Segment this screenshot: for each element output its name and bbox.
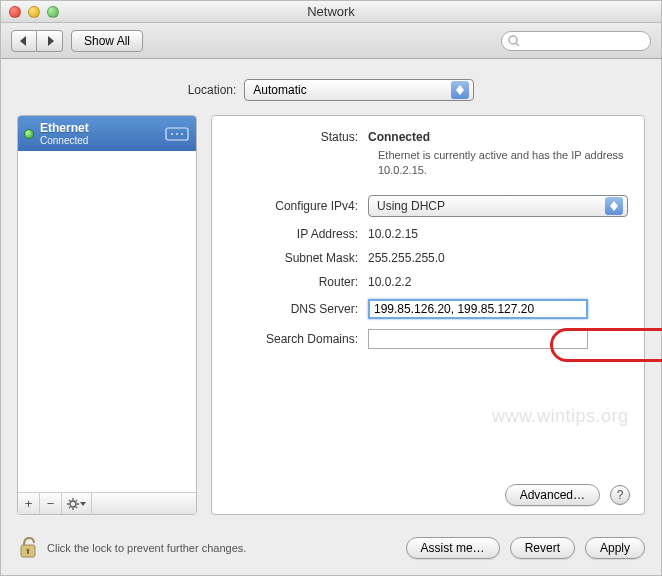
content: Location: Automatic Ethernet Connected [1,59,661,525]
sidebar: Ethernet Connected + − [17,115,197,515]
dns-server-field[interactable] [368,299,588,319]
remove-service-button[interactable]: − [40,493,62,515]
service-item-ethernet[interactable]: Ethernet Connected [18,116,196,151]
back-button[interactable] [11,30,37,52]
router-value: 10.0.2.2 [368,275,628,289]
location-value: Automatic [253,83,306,97]
nav-segment [11,30,63,52]
apply-button[interactable]: Apply [585,537,645,559]
svg-line-14 [76,500,77,501]
main-columns: Ethernet Connected + − [17,115,645,515]
config-ipv4-popup[interactable]: Using DHCP [368,195,628,217]
ip-value: 10.0.2.15 [368,227,628,241]
lock-icon[interactable] [17,535,39,561]
forward-button[interactable] [37,30,63,52]
service-name: Ethernet [40,121,158,135]
gear-icon [67,498,79,510]
updown-icon [605,197,623,215]
show-all-button[interactable]: Show All [71,30,143,52]
search-icon [508,35,519,47]
svg-point-6 [70,501,76,507]
add-service-button[interactable]: + [18,493,40,515]
status-value: Connected [368,130,430,144]
help-button[interactable]: ? [610,485,630,505]
updown-icon [451,81,469,99]
status-label: Status: [228,130,368,144]
advanced-button[interactable]: Advanced… [505,484,600,506]
subnet-value: 255.255.255.0 [368,251,628,265]
window: Network Show All Location: Automatic [0,0,662,576]
watermark: www.wintips.org [492,406,629,427]
bottom-bar: Click the lock to prevent further change… [1,525,661,575]
assist-button[interactable]: Assist me… [406,537,500,559]
search-domains-label: Search Domains: [228,332,368,346]
svg-point-0 [509,36,517,44]
status-dot-icon [24,129,34,139]
svg-line-12 [76,507,77,508]
svg-point-3 [171,133,173,135]
search-input[interactable] [501,31,651,51]
svg-point-4 [176,133,178,135]
svg-line-1 [516,43,519,46]
location-row: Location: Automatic [17,79,645,101]
toolbar: Show All [1,23,661,59]
sidebar-body [18,151,196,492]
svg-line-11 [69,500,70,501]
config-value: Using DHCP [377,199,445,213]
lock-row: Click the lock to prevent further change… [17,535,246,561]
detail-panel: Status: Connected Ethernet is currently … [211,115,645,515]
window-title: Network [1,4,661,19]
svg-point-5 [181,133,183,135]
router-label: Router: [228,275,368,289]
revert-button[interactable]: Revert [510,537,575,559]
location-popup[interactable]: Automatic [244,79,474,101]
lock-message: Click the lock to prevent further change… [47,542,246,554]
ethernet-icon [164,125,190,143]
gear-menu-button[interactable] [62,493,92,515]
subnet-label: Subnet Mask: [228,251,368,265]
svg-line-13 [69,507,70,508]
search-field[interactable] [523,35,644,47]
svg-rect-17 [27,550,29,554]
status-message: Ethernet is currently active and has the… [378,148,628,179]
search-domains-field[interactable] [368,329,588,349]
config-label: Configure IPv4: [228,199,368,213]
dns-label: DNS Server: [228,302,368,316]
location-label: Location: [188,83,237,97]
ip-label: IP Address: [228,227,368,241]
sidebar-footer: + − [18,492,196,514]
chevron-down-icon [80,502,86,506]
titlebar: Network [1,1,661,23]
service-status: Connected [40,135,158,146]
